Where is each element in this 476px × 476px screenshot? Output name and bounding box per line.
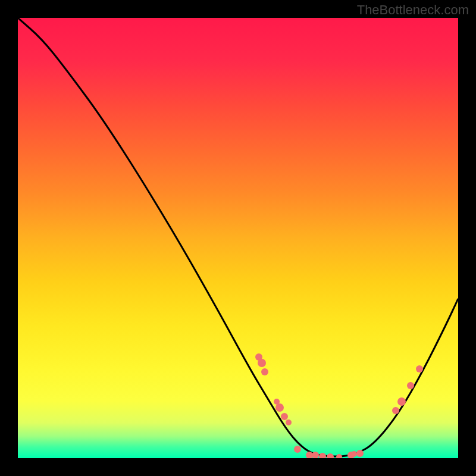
data-point	[286, 419, 292, 425]
plot-area	[18, 18, 458, 458]
data-point	[275, 403, 284, 412]
curve-line	[18, 18, 458, 456]
data-point	[327, 453, 334, 458]
data-point	[294, 446, 301, 453]
points-group	[255, 353, 423, 458]
data-point	[416, 365, 423, 372]
data-point	[261, 368, 268, 375]
data-point	[392, 407, 399, 414]
data-point	[281, 413, 288, 420]
data-point	[319, 453, 326, 458]
data-point	[397, 397, 406, 406]
data-point	[351, 451, 357, 457]
chart-svg	[18, 18, 458, 458]
data-point	[336, 454, 342, 458]
data-point	[407, 382, 414, 389]
watermark-text: TheBottleneck.com	[357, 2, 469, 18]
data-point	[258, 359, 266, 367]
data-point	[356, 450, 364, 457]
